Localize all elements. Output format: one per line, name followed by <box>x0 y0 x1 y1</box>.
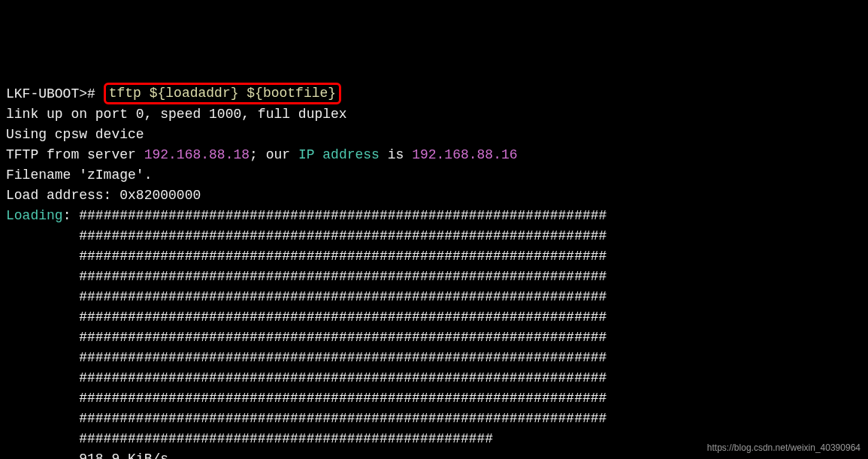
progress-hash-row: ########################################… <box>79 269 606 284</box>
loading-colon: : <box>63 208 80 223</box>
progress-hash-row: ########################################… <box>79 228 606 243</box>
command-arg1: ${loadaddr} <box>150 86 239 101</box>
progress-hash-row: ########################################… <box>79 208 606 223</box>
progress-hash-row: ########################################… <box>79 289 606 304</box>
progress-hash-row: ########################################… <box>79 370 606 385</box>
command-arg2: ${bootfile} <box>246 86 336 101</box>
progress-hash-row: ########################################… <box>79 411 606 426</box>
progress-hash-row: ########################################… <box>79 249 606 264</box>
tftp-mid2: is <box>380 147 412 162</box>
command-text: tftp <box>109 86 141 101</box>
progress-hash-row: ########################################… <box>79 391 606 406</box>
progress-hash-row: ########################################… <box>79 310 606 325</box>
loadaddr-line: Load address: 0x82000000 <box>6 188 201 203</box>
progress-hash-row: ########################################… <box>79 330 606 345</box>
speed-line: 918.9 KiB/s <box>6 451 168 459</box>
prompt-label: LKF-UBOOT># <box>6 86 95 101</box>
ip-address-label: IP address <box>298 147 380 162</box>
watermark-text: https://blog.csdn.net/weixin_40390964 <box>707 441 860 454</box>
our-ip: 192.168.88.16 <box>412 147 517 162</box>
loading-label: Loading <box>6 208 63 223</box>
command-highlight-box: tftp ${loadaddr} ${bootfile} <box>104 83 342 104</box>
tftp-prefix: TFTP from server <box>6 147 144 162</box>
link-status-line: link up on port 0, speed 1000, full dupl… <box>6 107 347 122</box>
terminal-output: LKF-UBOOT># tftp ${loadaddr} ${bootfile}… <box>6 84 868 459</box>
progress-hash-row-last: ########################################… <box>79 431 493 446</box>
device-line: Using cpsw device <box>6 127 144 142</box>
progress-hash-row: ########################################… <box>79 350 606 365</box>
filename-line: Filename 'zImage'. <box>6 168 152 183</box>
server-ip: 192.168.88.18 <box>144 147 250 162</box>
tftp-mid: ; our <box>250 147 298 162</box>
